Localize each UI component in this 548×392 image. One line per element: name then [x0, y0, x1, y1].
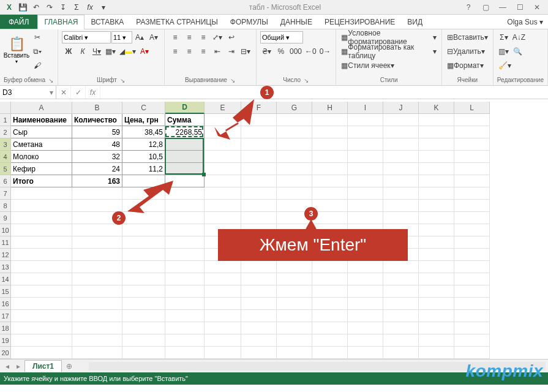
cell[interactable]: [312, 138, 348, 151]
help-icon[interactable]: ?: [460, 1, 477, 13]
align-middle-button[interactable]: ≡: [182, 31, 196, 44]
cell[interactable]: [241, 151, 277, 163]
sheet-tab[interactable]: Лист1: [24, 360, 62, 372]
cell[interactable]: [205, 151, 241, 163]
autosum-icon[interactable]: Σ: [70, 1, 83, 14]
cell[interactable]: Кефир: [11, 163, 72, 175]
decrease-indent-button[interactable]: ⇤: [211, 45, 224, 58]
cell[interactable]: [419, 273, 454, 285]
row-header[interactable]: 13: [0, 261, 11, 273]
cell[interactable]: [454, 249, 490, 261]
cell[interactable]: [348, 310, 383, 322]
cell[interactable]: [277, 163, 312, 175]
orientation-button[interactable]: ⤢▾: [211, 31, 224, 44]
cell[interactable]: [277, 334, 312, 347]
cell[interactable]: [72, 261, 122, 273]
cell[interactable]: [72, 334, 122, 347]
cell[interactable]: [419, 200, 454, 212]
cell[interactable]: [454, 163, 490, 175]
bold-button[interactable]: Ж: [62, 45, 75, 58]
font-color-button[interactable]: A▾: [138, 45, 151, 58]
number-format-combo[interactable]: Общий ▾: [260, 31, 303, 43]
cell[interactable]: 2268,55: [165, 126, 205, 138]
cell[interactable]: [241, 200, 277, 212]
cell[interactable]: [383, 126, 419, 138]
cell[interactable]: 59: [72, 126, 122, 138]
tab-review[interactable]: РЕЦЕНЗИРОВАНИЕ: [318, 15, 401, 29]
redo-icon[interactable]: ↷: [43, 1, 56, 14]
cell[interactable]: [454, 212, 490, 224]
dialog-launcher-icon[interactable]: ↘: [303, 77, 309, 83]
cell[interactable]: [454, 347, 490, 359]
cell[interactable]: [122, 334, 165, 347]
cell[interactable]: [348, 347, 383, 359]
cell[interactable]: [11, 347, 72, 359]
cell[interactable]: [165, 285, 205, 298]
cell[interactable]: [454, 322, 490, 334]
cell[interactable]: [241, 310, 277, 322]
cell[interactable]: [11, 212, 72, 224]
align-left-button[interactable]: ≡: [168, 45, 182, 58]
cell[interactable]: [312, 310, 348, 322]
cell[interactable]: [165, 138, 205, 151]
cell[interactable]: [122, 236, 165, 249]
decrease-font-button[interactable]: A▾: [147, 31, 160, 44]
increase-decimal-button[interactable]: ←0: [304, 45, 318, 58]
cell[interactable]: [454, 298, 490, 310]
cell[interactable]: [454, 236, 490, 249]
cell[interactable]: [72, 310, 122, 322]
cell[interactable]: [11, 334, 72, 347]
autosum-button[interactable]: Σ▾: [497, 31, 511, 44]
close-icon[interactable]: ✕: [528, 1, 546, 13]
cell[interactable]: [277, 347, 312, 359]
find-select-button[interactable]: 🔍: [511, 45, 525, 58]
cell[interactable]: 24: [72, 163, 122, 175]
cell[interactable]: [312, 187, 348, 200]
cell[interactable]: Наименование: [11, 114, 72, 126]
cell[interactable]: [419, 249, 454, 261]
align-center-button[interactable]: ≡: [182, 45, 196, 58]
row-header[interactable]: 7: [0, 187, 11, 200]
merge-center-button[interactable]: ⊟▾: [239, 45, 252, 58]
cell[interactable]: [277, 175, 312, 187]
cell[interactable]: [277, 285, 312, 298]
cell[interactable]: [72, 273, 122, 285]
increase-indent-button[interactable]: ⇥: [225, 45, 238, 58]
cell[interactable]: [241, 212, 277, 224]
cell[interactable]: [419, 298, 454, 310]
row-header[interactable]: 16: [0, 298, 11, 310]
fill-color-button[interactable]: ◢▬▾: [118, 45, 137, 58]
cell[interactable]: [122, 322, 165, 334]
row-header[interactable]: 11: [0, 236, 11, 249]
cell[interactable]: [348, 298, 383, 310]
cell[interactable]: [383, 175, 419, 187]
cell[interactable]: [419, 261, 454, 273]
cell[interactable]: [348, 126, 383, 138]
italic-button[interactable]: К: [76, 45, 89, 58]
column-header[interactable]: H: [312, 102, 348, 114]
cell[interactable]: [205, 285, 241, 298]
cell[interactable]: [312, 126, 348, 138]
currency-button[interactable]: ₴▾: [260, 45, 274, 58]
cell[interactable]: [348, 138, 383, 151]
column-header[interactable]: K: [419, 102, 454, 114]
cell[interactable]: [312, 322, 348, 334]
cell[interactable]: [165, 322, 205, 334]
cell[interactable]: [454, 114, 490, 126]
cell[interactable]: Молоко: [11, 151, 72, 163]
sheet-nav-prev-icon[interactable]: ◂: [2, 362, 12, 371]
cell[interactable]: [241, 273, 277, 285]
paste-button[interactable]: 📋 Вставить ▾: [4, 31, 29, 70]
cell[interactable]: Итого: [11, 175, 72, 187]
cell[interactable]: [348, 261, 383, 273]
cell[interactable]: [11, 261, 72, 273]
undo-icon[interactable]: ↶: [29, 1, 43, 14]
cell[interactable]: [11, 200, 72, 212]
cell[interactable]: [454, 310, 490, 322]
cell[interactable]: [122, 249, 165, 261]
cell[interactable]: [383, 273, 419, 285]
row-header[interactable]: 5: [0, 163, 11, 175]
column-header[interactable]: J: [383, 102, 419, 114]
cell[interactable]: [348, 114, 383, 126]
cell[interactable]: 163: [72, 175, 122, 187]
